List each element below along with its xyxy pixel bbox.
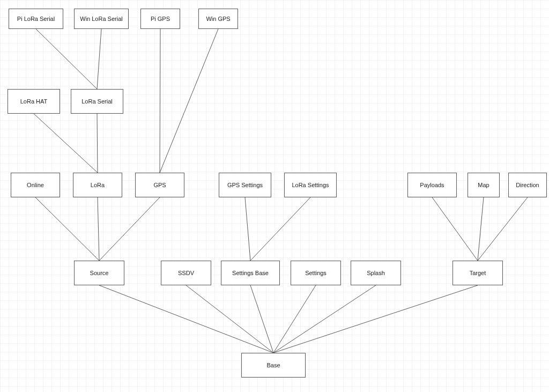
node-label: Source bbox=[90, 270, 109, 276]
node-label: Settings bbox=[305, 270, 327, 276]
diagram-canvas[interactable]: Pi LoRa SerialWin LoRa SerialPi GPSWin G… bbox=[0, 0, 549, 392]
node-label: LoRa Serial bbox=[81, 98, 112, 105]
node-online[interactable]: Online bbox=[11, 173, 60, 197]
node-lora[interactable]: LoRa bbox=[73, 173, 122, 197]
node-label: SSDV bbox=[178, 270, 194, 276]
node-label: Payloads bbox=[420, 182, 444, 188]
node-direction[interactable]: Direction bbox=[508, 173, 547, 197]
node-label: Direction bbox=[516, 182, 539, 188]
node-label: GPS bbox=[153, 182, 166, 188]
node-settings[interactable]: Settings bbox=[291, 261, 341, 285]
node-label: LoRa bbox=[91, 182, 105, 188]
node-label: Splash bbox=[367, 270, 385, 276]
node-label: Map bbox=[478, 182, 489, 188]
node-gps-settings[interactable]: GPS Settings bbox=[219, 173, 271, 197]
node-target[interactable]: Target bbox=[452, 261, 503, 285]
node-label: Settings Base bbox=[232, 270, 269, 276]
node-label: LoRa HAT bbox=[20, 98, 48, 105]
node-label: GPS Settings bbox=[227, 182, 263, 188]
node-ssdv[interactable]: SSDV bbox=[161, 261, 211, 285]
node-payloads[interactable]: Payloads bbox=[407, 173, 457, 197]
node-label: Win LoRa Serial bbox=[80, 16, 122, 22]
node-win-lora-serial[interactable]: Win LoRa Serial bbox=[74, 9, 129, 29]
node-base[interactable]: Base bbox=[241, 353, 306, 378]
node-splash[interactable]: Splash bbox=[351, 261, 401, 285]
node-label: LoRa Settings bbox=[292, 182, 329, 188]
node-label: Pi LoRa Serial bbox=[17, 16, 55, 22]
node-win-gps[interactable]: Win GPS bbox=[198, 9, 238, 29]
node-label: Online bbox=[27, 182, 44, 188]
node-label: Target bbox=[470, 270, 486, 276]
node-map[interactable]: Map bbox=[468, 173, 500, 197]
node-lora-hat[interactable]: LoRa HAT bbox=[8, 89, 60, 114]
node-pi-gps[interactable]: Pi GPS bbox=[140, 9, 180, 29]
node-lora-settings[interactable]: LoRa Settings bbox=[284, 173, 337, 197]
node-source[interactable]: Source bbox=[74, 261, 124, 285]
node-settings-base[interactable]: Settings Base bbox=[221, 261, 280, 285]
node-label: Pi GPS bbox=[151, 16, 170, 22]
node-pi-lora-serial[interactable]: Pi LoRa Serial bbox=[9, 9, 63, 29]
node-lora-serial[interactable]: LoRa Serial bbox=[71, 89, 123, 114]
node-label: Base bbox=[266, 362, 280, 368]
node-gps[interactable]: GPS bbox=[135, 173, 184, 197]
node-label: Win GPS bbox=[206, 16, 230, 22]
